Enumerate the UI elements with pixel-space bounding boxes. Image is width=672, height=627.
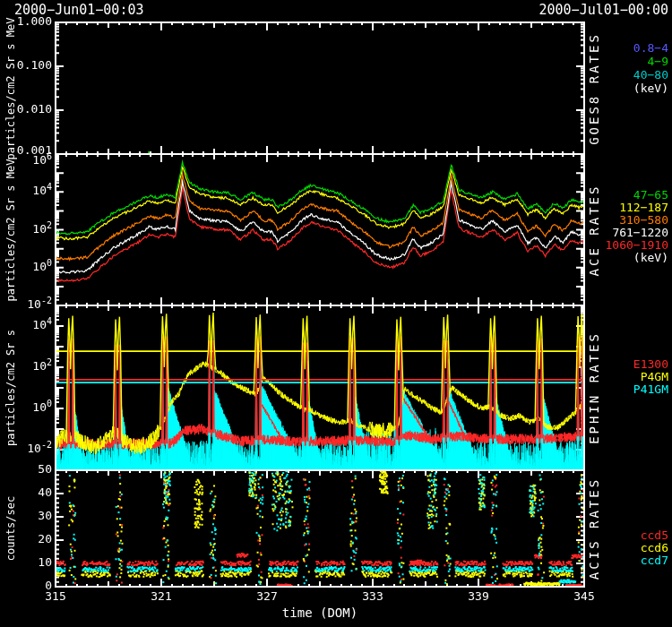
y-tick-exp: -2 bbox=[41, 440, 52, 450]
radiation-rates-plot: 2000−Jun01−00:03 2000−Jul01−00:00 time (… bbox=[0, 0, 672, 627]
y-tick-exp: 6 bbox=[47, 151, 52, 161]
legend-entry: P41GM bbox=[588, 382, 668, 397]
title-right-date: 2000−Jul01−00:00 bbox=[502, 3, 668, 17]
chart-canvas bbox=[0, 0, 672, 627]
y-tick-base: 10 bbox=[32, 359, 47, 373]
legend-entry: ccd7 bbox=[588, 554, 668, 568]
y-axis-label: counts/sec bbox=[4, 439, 18, 618]
y-tick-exp: 0 bbox=[47, 258, 52, 268]
y-tick-exp: 2 bbox=[47, 357, 52, 367]
x-tick-label: 327 bbox=[249, 589, 285, 604]
y-tick-exp: 4 bbox=[47, 182, 52, 192]
y-tick-base: 10 bbox=[27, 442, 41, 455]
y-tick-base: 10 bbox=[32, 184, 47, 197]
x-axis-label: time (DOM) bbox=[266, 606, 374, 620]
y-tick-exp: -2 bbox=[41, 296, 52, 305]
y-tick-base: 10 bbox=[32, 153, 47, 167]
y-axis-label: particles/cm2 Sr s MeV bbox=[4, 141, 18, 320]
x-tick-label: 333 bbox=[355, 589, 391, 604]
legend-entry: 0.8−4 bbox=[588, 41, 668, 56]
y-tick-exp: 2 bbox=[47, 220, 52, 230]
legend-entry: (keV) bbox=[588, 82, 668, 96]
x-tick-label: 339 bbox=[461, 589, 496, 604]
legend-entry: 40−80 bbox=[588, 68, 668, 82]
y-tick-base: 10 bbox=[32, 222, 47, 236]
y-tick-base: 10 bbox=[27, 297, 41, 311]
y-tick-base: 10 bbox=[32, 260, 47, 273]
legend-entry: (keV) bbox=[588, 251, 668, 265]
y-tick-exp: 0 bbox=[47, 399, 52, 408]
x-tick-label: 321 bbox=[143, 589, 179, 604]
legend-entry: 4−9 bbox=[588, 55, 668, 69]
y-tick-exp: 4 bbox=[47, 316, 52, 326]
y-tick-base: 10 bbox=[32, 318, 47, 331]
y-tick-base: 10 bbox=[32, 400, 47, 414]
